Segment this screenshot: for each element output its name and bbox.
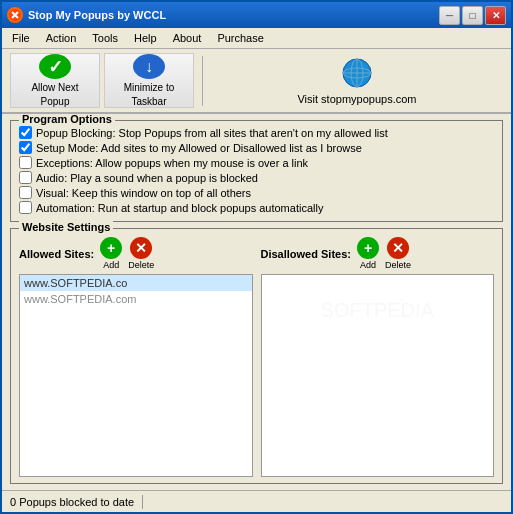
delete-icon-2: ✕ [387,237,409,259]
allowed-sites-header: Allowed Sites: + Add ✕ Delete [19,237,253,270]
checkbox-label-2: Exceptions: Allow popups when my mouse i… [36,157,308,169]
website-settings-title: Website Settings [19,221,113,233]
main-content: Program Options Popup Blocking: Stop Pop… [2,114,511,490]
disallowed-delete-button[interactable]: ✕ Delete [385,237,411,270]
checkbox-row-2: Exceptions: Allow popups when my mouse i… [19,155,494,170]
allow-next-popup-line2: Popup [41,96,70,107]
maximize-window-button[interactable]: □ [462,6,483,25]
check-icon: ✓ [39,54,71,79]
toolbar-separator [202,56,203,106]
main-window: Stop My Popups by WCCL ─ □ ✕ File Action… [0,0,513,514]
globe-icon [341,57,373,89]
checkbox-row-3: Audio: Play a sound when a popup is bloc… [19,170,494,185]
disallowed-watermark: SOFTPEDIA [262,295,494,326]
menu-purchase[interactable]: Purchase [209,30,271,46]
allowed-site-item-0[interactable]: www.SOFTPEDIA.co [20,275,252,291]
visit-label: Visit stopmypopups.com [297,93,416,105]
checkbox-cb3[interactable] [19,156,32,169]
close-window-button[interactable]: ✕ [485,6,506,25]
program-options-title: Program Options [19,114,115,125]
toolbar: ✓ Allow Next Popup ↓ Minimize to Taskbar… [2,49,511,114]
checkbox-cb2[interactable] [19,141,32,154]
allow-next-popup-button[interactable]: ✓ Allow Next Popup [10,53,100,108]
allowed-add-button[interactable]: + Add [100,237,122,270]
checkbox-row-1: Setup Mode: Add sites to my Allowed or D… [19,140,494,155]
disallowed-add-button[interactable]: + Add [357,237,379,270]
visit-website-button[interactable]: Visit stopmypopups.com [211,53,503,108]
minimize-window-button[interactable]: ─ [439,6,460,25]
delete-icon: ✕ [130,237,152,259]
minimize-line2: Taskbar [131,96,166,107]
allowed-sites-list[interactable]: www.SOFTPEDIA.cowww.SOFTPEDIA.com [19,274,253,477]
title-bar-left: Stop My Popups by WCCL [7,7,166,23]
checkboxes-container: Popup Blocking: Stop Popups from all sit… [19,125,494,215]
checkbox-row-4: Visual: Keep this window on top of all o… [19,185,494,200]
checkbox-label-3: Audio: Play a sound when a popup is bloc… [36,172,258,184]
disallowed-sites-header: Disallowed Sites: + Add ✕ Delete [261,237,495,270]
minimize-to-taskbar-button[interactable]: ↓ Minimize to Taskbar [104,53,194,108]
allowed-sites-panel: Allowed Sites: + Add ✕ Delete www.SOFTPE… [19,237,253,477]
add-icon: + [100,237,122,259]
checkbox-label-4: Visual: Keep this window on top of all o… [36,187,251,199]
add-label: Add [103,260,119,270]
menu-help[interactable]: Help [126,30,165,46]
title-bar-buttons: ─ □ ✕ [439,6,506,25]
delete-label: Delete [128,260,154,270]
app-icon [7,7,23,23]
window-title: Stop My Popups by WCCL [28,9,166,21]
checkbox-row-0: Popup Blocking: Stop Popups from all sit… [19,125,494,140]
menu-file[interactable]: File [4,30,38,46]
status-bar: 0 Popups blocked to date [2,490,511,512]
checkbox-cb5[interactable] [19,186,32,199]
checkbox-label-0: Popup Blocking: Stop Popups from all sit… [36,127,388,139]
disallowed-sites-list[interactable]: SOFTPEDIA [261,274,495,477]
checkbox-cb1[interactable] [19,126,32,139]
allowed-sites-label: Allowed Sites: [19,248,94,260]
sites-container: Allowed Sites: + Add ✕ Delete www.SOFTPE… [19,237,494,477]
minimize-line1: Minimize to [124,82,175,93]
menu-tools[interactable]: Tools [84,30,126,46]
add-icon-2: + [357,237,379,259]
checkbox-cb6[interactable] [19,201,32,214]
down-arrow-icon: ↓ [133,54,165,79]
checkbox-row-5: Automation: Run at startup and block pop… [19,200,494,215]
allow-next-popup-line1: Allow Next [31,82,78,93]
allowed-delete-button[interactable]: ✕ Delete [128,237,154,270]
program-options-group: Program Options Popup Blocking: Stop Pop… [10,120,503,222]
checkbox-cb4[interactable] [19,171,32,184]
checkbox-label-1: Setup Mode: Add sites to my Allowed or D… [36,142,362,154]
disallowed-sites-label: Disallowed Sites: [261,248,351,260]
disallowed-sites-panel: Disallowed Sites: + Add ✕ Delete SOFTPED… [261,237,495,477]
website-settings-group: Website Settings Allowed Sites: + Add ✕ … [10,228,503,484]
allowed-site-item-1[interactable]: www.SOFTPEDIA.com [20,291,252,307]
title-bar: Stop My Popups by WCCL ─ □ ✕ [2,2,511,28]
status-divider [142,495,143,509]
delete-label-2: Delete [385,260,411,270]
checkbox-label-5: Automation: Run at startup and block pop… [36,202,323,214]
menu-about[interactable]: About [165,30,210,46]
add-label-2: Add [360,260,376,270]
menu-bar: File Action Tools Help About Purchase [2,28,511,49]
menu-action[interactable]: Action [38,30,85,46]
status-text: 0 Popups blocked to date [10,496,134,508]
